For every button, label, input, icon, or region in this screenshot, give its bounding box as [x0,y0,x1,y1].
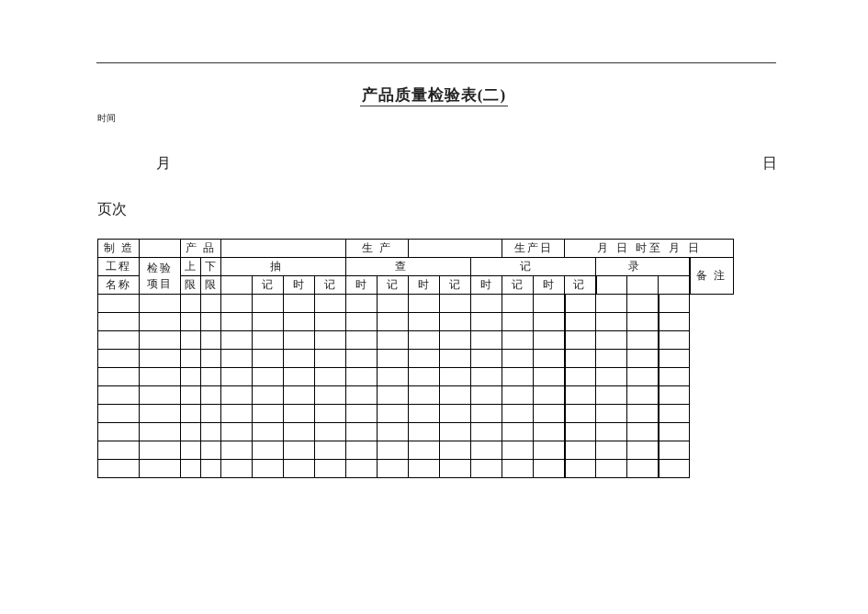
hdr-datetime: 月 日 时至 月 日 [565,240,734,258]
inspection-table: 制 造 产 品 生 产 生产日 月 日 时至 月 日 工程 检验项目 上 下 抽… [97,239,734,478]
table-row [98,386,734,405]
table-row [98,350,734,368]
hdr-blank [140,240,181,258]
hdr-blank [596,276,627,295]
page-number-label: 页次 [97,200,127,219]
hdr-s3-ji: 记 [378,276,409,295]
hdr-product: 产 品 [181,240,221,258]
hdr-s4-shi: 时 [471,276,502,295]
month-label: 月 [156,154,171,173]
table-row [98,460,734,478]
hdr-mingcheng: 名称 [98,276,140,295]
hdr-shengchanri: 生产日 [502,240,565,258]
hdr-beizhu: 备 注 [690,258,734,295]
document-page: 产品质量检验表(二) 时间 月 日 页次 制 造 产 品 生 产 生产日 月 日… [0,0,868,614]
table-row [98,405,734,423]
hdr-s2-shi: 时 [346,276,378,295]
table-row [98,295,734,313]
table-row [98,313,734,331]
hdr-blank [221,276,253,295]
hdr-cha: 查 [346,258,471,276]
txt-jianyan: 检验 [147,262,173,274]
hdr-s5-ji: 记 [502,276,534,295]
hdr-blank [659,276,690,295]
day-label: 日 [762,154,777,173]
hdr-shang: 上 [181,258,201,276]
hdr-s5-shi: 时 [534,276,565,295]
hdr-chou: 抽 [221,258,346,276]
hdr-manufacture: 制 造 [98,240,140,258]
hdr-xia: 下 [201,258,221,276]
time-label: 时间 [97,112,116,125]
top-rule [96,62,776,63]
table-header-row-3: 名称 限 限 记 时 记 时 记 时 记 时 记 时 记 [98,276,734,295]
table-row [98,368,734,386]
document-title: 产品质量检验表(二) [0,84,868,106]
document-title-text: 产品质量检验表(二) [360,86,508,106]
txt-xiangmu: 项目 [147,277,173,290]
hdr-s2-ji: 记 [315,276,346,295]
hdr-ji: 记 [471,258,596,276]
hdr-s1-shi: 时 [284,276,315,295]
hdr-s4-ji: 记 [440,276,471,295]
hdr-s1-ji: 记 [253,276,284,295]
table-row [98,423,734,441]
table-header-row-1: 制 造 产 品 生 产 生产日 月 日 时至 月 日 [98,240,734,258]
hdr-blank [409,240,502,258]
hdr-xian1: 限 [181,276,201,295]
hdr-xian2: 限 [201,276,221,295]
hdr-s3-shi: 时 [409,276,440,295]
table-header-row-2: 工程 检验项目 上 下 抽 查 记 录 备 注 [98,258,734,276]
hdr-gongcheng: 工程 [98,258,140,276]
table-row [98,331,734,350]
hdr-s6-ji: 记 [565,276,596,295]
hdr-lu: 录 [596,258,690,276]
hdr-blank [221,240,346,258]
hdr-jianyan-xiangmu: 检验项目 [140,258,181,295]
hdr-shengchan: 生 产 [346,240,409,258]
hdr-blank [627,276,659,295]
table-row [98,441,734,460]
